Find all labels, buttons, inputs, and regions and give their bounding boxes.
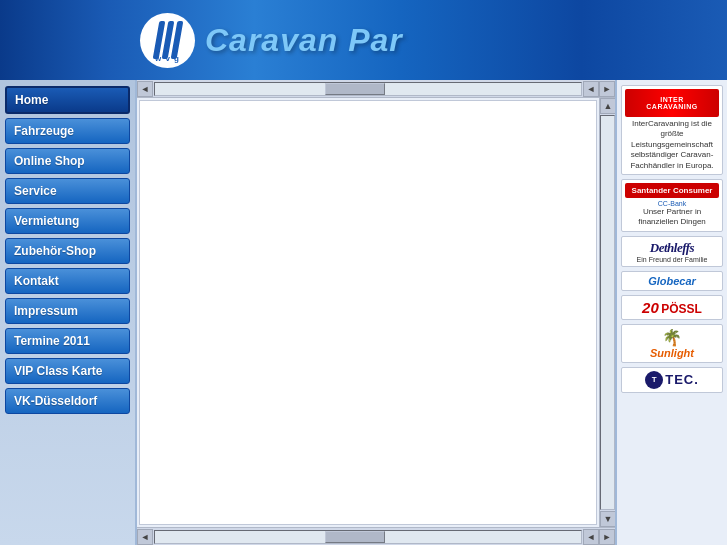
- tec-logo: TEC.: [665, 372, 699, 387]
- wvg-text: w v g: [155, 53, 180, 63]
- scroll-thumb-top[interactable]: [325, 83, 385, 95]
- nav-item-kontakt[interactable]: Kontakt: [5, 268, 130, 294]
- main-layout: Home Fahrzeuge Online Shop Service Vermi…: [0, 80, 727, 545]
- nav-item-zubehoer-shop[interactable]: Zubehör-Shop: [5, 238, 130, 264]
- nav-item-fahrzeuge[interactable]: Fahrzeuge: [5, 118, 130, 144]
- partner-globecar[interactable]: Globecar: [621, 271, 723, 291]
- dethleffs-sub: Ein Freund der Familie: [625, 256, 719, 263]
- scroll-track-top[interactable]: [154, 82, 582, 96]
- scroll-down-button[interactable]: ▼: [600, 511, 615, 527]
- scroll-right-button-top-1[interactable]: ◄: [583, 81, 599, 97]
- poessl-number: 20: [642, 299, 659, 316]
- scroll-right-button-bottom-1[interactable]: ◄: [583, 529, 599, 545]
- partner-dethleffs[interactable]: Dethleffs Ein Freund der Familie: [621, 236, 723, 267]
- nav-item-impressum[interactable]: Impressum: [5, 298, 130, 324]
- santander-logo: Santander Consumer: [625, 183, 719, 198]
- globecar-logo: Globecar: [625, 275, 719, 287]
- inter-caravaning-logo: INTERCARAVANING: [625, 89, 719, 117]
- sidebar: Home Fahrzeuge Online Shop Service Vermi…: [0, 80, 135, 545]
- sunlight-palm-icon: 🌴: [662, 329, 682, 346]
- scroll-right-button-top-2[interactable]: ►: [599, 81, 615, 97]
- scroll-vtrack[interactable]: [600, 115, 615, 510]
- nav-item-termine[interactable]: Termine 2011: [5, 328, 130, 354]
- scroll-up-button[interactable]: ▲: [600, 98, 615, 114]
- partner-tec[interactable]: T TEC.: [621, 367, 723, 393]
- tec-circle-icon: T: [645, 371, 663, 389]
- nav-item-vermietung[interactable]: Vermietung: [5, 208, 130, 234]
- scroll-left-button-bottom[interactable]: ◄: [137, 529, 153, 545]
- partner-santander[interactable]: Santander Consumer CC-Bank Unser Partner…: [621, 179, 723, 232]
- partner-sunlight[interactable]: 🌴 Sunlight: [621, 324, 723, 363]
- wvg-logo: w v g: [140, 13, 195, 68]
- partner-inter-caravaning[interactable]: INTERCARAVANING InterCaravaning ist die …: [621, 85, 723, 175]
- dethleffs-logo: Dethleffs: [625, 240, 719, 256]
- poessl-logo: PÖSSL: [661, 302, 702, 316]
- main-content-frame: [139, 100, 597, 525]
- santander-desc: Unser Partner in finanziellen Dingen: [625, 207, 719, 228]
- logo: w v g Caravan Par: [140, 13, 403, 68]
- scroll-right-button-bottom-2[interactable]: ►: [599, 529, 615, 545]
- nav-item-home[interactable]: Home: [5, 86, 130, 114]
- scroll-left-button[interactable]: ◄: [137, 81, 153, 97]
- horizontal-scrollbar-bottom: ◄ ◄ ►: [137, 527, 615, 545]
- santander-sub: CC-Bank: [625, 200, 719, 207]
- brand-name: Caravan Par: [205, 22, 403, 59]
- scroll-thumb-bottom[interactable]: [325, 531, 385, 543]
- nav-item-service[interactable]: Service: [5, 178, 130, 204]
- header: w v g Caravan Par: [0, 0, 727, 80]
- partner-poessl[interactable]: 20 PÖSSL: [621, 295, 723, 320]
- nav-item-online-shop[interactable]: Online Shop: [5, 148, 130, 174]
- partners-sidebar: INTERCARAVANING InterCaravaning ist die …: [617, 80, 727, 545]
- scroll-track-bottom[interactable]: [154, 530, 582, 544]
- vertical-scrollbar: ▲ ▼: [599, 98, 615, 527]
- content-area: ◄ ◄ ► ▲ ▼ ◄ ◄ ►: [135, 80, 617, 545]
- nav-item-vip[interactable]: VIP Class Karte: [5, 358, 130, 384]
- nav-item-vk-duesseldorf[interactable]: VK-Düsseldorf: [5, 388, 130, 414]
- content-inner-row: ▲ ▼: [137, 98, 615, 527]
- sunlight-logo: Sunlight: [625, 347, 719, 359]
- inter-caravaning-desc: InterCaravaning ist die größte Leistungs…: [625, 119, 719, 171]
- horizontal-scrollbar-top: ◄ ◄ ►: [137, 80, 615, 98]
